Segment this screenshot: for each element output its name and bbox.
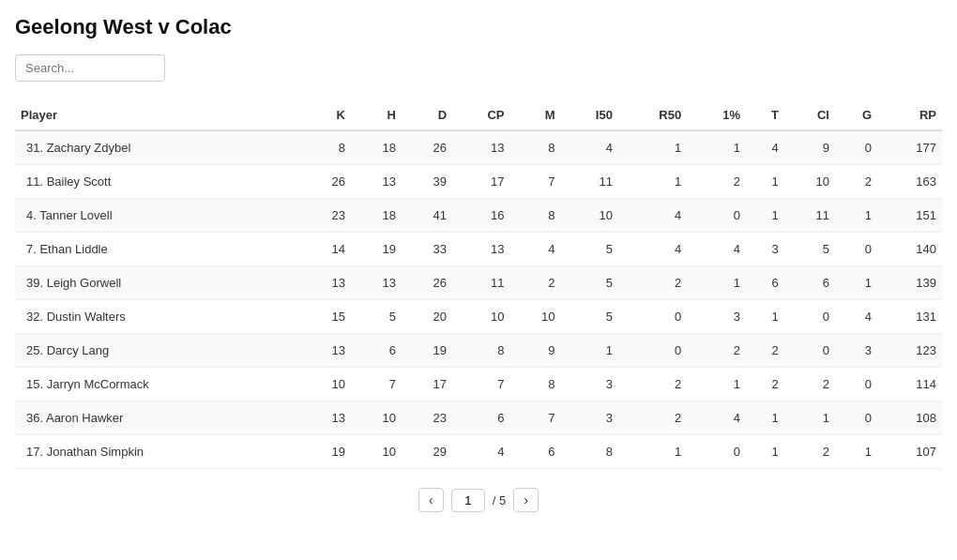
cell-pct: 4 [687,401,746,435]
cell-player: 17. Jonathan Simpkin [15,435,300,469]
cell-h: 19 [351,233,402,266]
table-header: Player K H D CP M I50 R50 1% T Cl G RP [15,100,942,130]
cell-rp: 107 [877,435,942,469]
pagination: ‹ / 5 › [15,488,942,512]
cell-h: 5 [351,300,402,334]
cell-cl: 1 [784,401,835,435]
cell-cp: 7 [452,368,509,401]
cell-i50: 3 [561,368,618,401]
cell-g: 0 [835,233,877,266]
cell-pct: 4 [687,233,746,266]
cell-player: 32. Dustin Walters [15,300,300,334]
col-g: G [835,100,877,130]
cell-r50: 2 [618,401,687,435]
cell-i50: 10 [561,199,618,233]
page-title: Geelong West v Colac [15,15,942,39]
cell-i50: 11 [561,165,618,199]
cell-g: 1 [835,199,877,233]
cell-cl: 6 [784,266,835,300]
col-r50: R50 [618,100,687,130]
cell-k: 15 [300,300,351,334]
cell-cp: 4 [452,435,509,469]
col-player: Player [15,100,300,130]
cell-pct: 2 [687,334,746,368]
cell-pct: 1 [687,130,746,165]
cell-i50: 5 [561,233,618,266]
cell-pct: 1 [687,368,746,401]
cell-m: 9 [509,334,560,368]
cell-pct: 3 [687,300,746,334]
cell-i50: 8 [561,435,618,469]
cell-h: 7 [351,368,402,401]
cell-cl: 0 [784,300,835,334]
col-d: D [402,100,452,130]
table-row: 32. Dustin Walters155201010503104131 [15,300,942,334]
cell-m: 2 [509,266,560,300]
cell-cp: 10 [452,300,509,334]
cell-m: 6 [509,435,560,469]
page-number-input[interactable] [451,489,485,512]
cell-m: 8 [509,368,560,401]
cell-player: 25. Darcy Lang [15,334,300,368]
cell-t: 6 [746,266,784,300]
cell-i50: 1 [561,334,618,368]
cell-k: 13 [300,401,351,435]
cell-d: 17 [402,368,452,401]
cell-rp: 131 [877,300,942,334]
cell-g: 1 [835,266,877,300]
cell-r50: 0 [618,334,687,368]
cell-rp: 140 [877,233,942,266]
cell-player: 36. Aaron Hawker [15,401,300,435]
cell-rp: 123 [877,334,942,368]
search-container [15,54,942,82]
col-m: M [509,100,560,130]
cell-rp: 108 [877,401,942,435]
cell-r50: 4 [618,233,687,266]
cell-k: 10 [300,368,351,401]
cell-h: 6 [351,334,402,368]
cell-r50: 1 [618,130,687,165]
cell-t: 2 [746,334,784,368]
search-input[interactable] [15,54,165,82]
cell-r50: 2 [618,266,687,300]
cell-cp: 11 [452,266,509,300]
cell-k: 19 [300,435,351,469]
cell-player: 7. Ethan Liddle [15,233,300,266]
cell-k: 14 [300,233,351,266]
cell-rp: 139 [877,266,942,300]
table-row: 36. Aaron Hawker13102367324110108 [15,401,942,435]
cell-d: 29 [402,435,452,469]
cell-h: 18 [351,199,402,233]
cell-i50: 4 [561,130,618,165]
cell-r50: 1 [618,435,687,469]
cell-t: 4 [746,130,784,165]
cell-cp: 13 [452,233,509,266]
cell-t: 1 [746,401,784,435]
cell-k: 8 [300,130,351,165]
cell-t: 1 [746,300,784,334]
next-page-button[interactable]: › [513,488,539,512]
cell-pct: 0 [687,199,746,233]
cell-cp: 13 [452,130,509,165]
prev-page-button[interactable]: ‹ [418,488,444,512]
col-cl: Cl [784,100,835,130]
cell-h: 10 [351,401,402,435]
cell-t: 2 [746,368,784,401]
cell-cl: 0 [784,334,835,368]
cell-g: 0 [835,401,877,435]
cell-player: 39. Leigh Gorwell [15,266,300,300]
cell-r50: 4 [618,199,687,233]
col-rp: RP [877,100,942,130]
cell-m: 7 [509,165,560,199]
table-row: 17. Jonathan Simpkin19102946810121107 [15,435,942,469]
cell-i50: 5 [561,266,618,300]
cell-g: 0 [835,368,877,401]
header-row: Player K H D CP M I50 R50 1% T Cl G RP [15,100,942,130]
cell-m: 7 [509,401,560,435]
cell-cl: 2 [784,435,835,469]
cell-m: 8 [509,199,560,233]
table-row: 4. Tanner Lovell23184116810401111151 [15,199,942,233]
cell-d: 33 [402,233,452,266]
cell-t: 1 [746,435,784,469]
cell-cp: 6 [452,401,509,435]
